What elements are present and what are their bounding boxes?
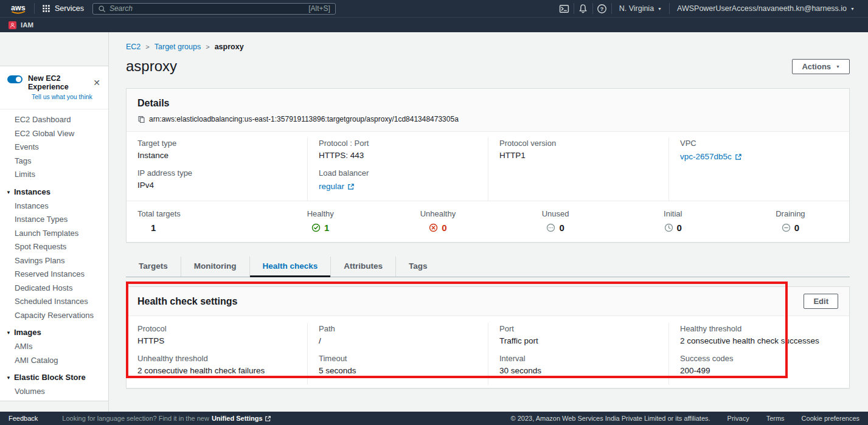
targets-summary: Total targets 1 Healthy 1 bbox=[127, 201, 849, 242]
divider bbox=[0, 109, 108, 109]
tab-targets[interactable]: Targets bbox=[126, 257, 181, 277]
sidebar-section-elastic-block-store[interactable]: ▼Elastic Block Store bbox=[0, 367, 108, 385]
top-navigation-bar: aws Services Search [Alt+S] bbox=[0, 0, 868, 17]
counter-draining: Draining 0 bbox=[732, 209, 849, 233]
sidebar-item-ami-catalog[interactable]: AMI Catalog bbox=[0, 354, 108, 368]
favorite-iam-label: IAM bbox=[21, 21, 33, 29]
unified-settings-link[interactable]: Unified Settings bbox=[212, 415, 271, 422]
search-shortcut: [Alt+S] bbox=[308, 4, 330, 13]
counter-unused: Unused 0 bbox=[496, 209, 614, 233]
chevron-down-icon: ▼ bbox=[6, 375, 11, 381]
counter-healthy: Healthy 1 bbox=[262, 209, 379, 233]
draining-minus-icon bbox=[782, 223, 791, 232]
tab-monitoring[interactable]: Monitoring bbox=[181, 257, 249, 277]
sidebar-item-savings-plans[interactable]: Savings Plans bbox=[0, 254, 108, 268]
health-check-grid: Protocol HTTPS Unhealthy threshold 2 con… bbox=[127, 316, 849, 388]
notifications-bell-icon[interactable] bbox=[574, 0, 592, 17]
breadcrumb-ec2[interactable]: EC2 bbox=[126, 43, 141, 51]
region-label: N. Virginia bbox=[619, 4, 654, 13]
main-content: EC2 > Target groups > asproxy asproxy Ac… bbox=[109, 32, 868, 412]
sidebar-item-scheduled-instances[interactable]: Scheduled Instances bbox=[0, 295, 108, 309]
sidebar-item-dedicated-hosts[interactable]: Dedicated Hosts bbox=[0, 282, 108, 295]
account-menu[interactable]: AWSPowerUserAccess/navaneeth.kn@harness.… bbox=[670, 4, 862, 13]
initial-clock-icon bbox=[664, 223, 673, 232]
sidebar-item-tags[interactable]: Tags bbox=[0, 154, 108, 168]
edit-button[interactable]: Edit bbox=[804, 294, 838, 309]
privacy-link[interactable]: Privacy bbox=[727, 415, 749, 422]
sidebar-item-events[interactable]: Events bbox=[0, 140, 108, 154]
sidebar-item-snapshots[interactable]: Snapshots bbox=[0, 399, 108, 402]
aws-console-page: aws Services Search [Alt+S] bbox=[0, 0, 868, 425]
new-experience-subtitle[interactable]: Tell us what you think bbox=[32, 93, 100, 100]
sidebar-item-volumes[interactable]: Volumes bbox=[0, 385, 108, 399]
field-timeout: Timeout 5 seconds bbox=[319, 354, 477, 376]
favorite-iam-link[interactable]: IAM bbox=[9, 21, 33, 29]
new-ec2-experience-block: New EC2 Experience Tell us what you thin… bbox=[0, 66, 108, 106]
svg-text:?: ? bbox=[600, 5, 604, 12]
chevron-down-icon: ▼ bbox=[836, 64, 840, 69]
field-protocol-port: Protocol : Port HTTPS: 443 bbox=[319, 139, 477, 161]
field-success-codes: Success codes 200-499 bbox=[680, 354, 838, 376]
sidebar-panel: New EC2 Experience Tell us what you thin… bbox=[0, 66, 108, 401]
field-hc-port: Port Traffic port bbox=[499, 324, 658, 346]
new-experience-toggle[interactable] bbox=[7, 75, 23, 83]
breadcrumb-target-groups[interactable]: Target groups bbox=[155, 43, 201, 51]
chevron-down-icon: ▼ bbox=[6, 190, 11, 195]
help-icon[interactable]: ? bbox=[593, 0, 611, 17]
unused-dots-icon bbox=[546, 223, 555, 232]
sidebar-item-instance-types[interactable]: Instance Types bbox=[0, 213, 108, 227]
field-interval: Interval 30 seconds bbox=[499, 354, 658, 376]
footer: Feedback Looking for language selection?… bbox=[0, 412, 868, 425]
tab-tags[interactable]: Tags bbox=[395, 257, 440, 277]
sidebar-item-ec2-global-view[interactable]: EC2 Global View bbox=[0, 127, 108, 141]
healthy-check-icon bbox=[311, 223, 321, 232]
services-label: Services bbox=[55, 4, 84, 13]
sidebar-item-instances[interactable]: Instances bbox=[0, 199, 108, 213]
tab-bar: Targets Monitoring Health checks Attribu… bbox=[126, 257, 850, 277]
field-unhealthy-threshold: Unhealthy threshold 2 consecutive health… bbox=[137, 354, 296, 376]
grid-icon bbox=[42, 4, 50, 13]
target-group-arn: arn:aws:elasticloadbalancing:us-east-1:3… bbox=[149, 115, 459, 123]
sidebar-nav: EC2 Dashboard EC2 Global View Events Tag… bbox=[0, 113, 108, 401]
sidebar-section-instances[interactable]: ▼Instances bbox=[0, 182, 108, 199]
chevron-down-icon: ▼ bbox=[658, 7, 662, 11]
ec2-sidebar: New EC2 Experience Tell us what you thin… bbox=[0, 32, 109, 412]
svg-text:aws: aws bbox=[11, 4, 26, 12]
search-input[interactable]: Search [Alt+S] bbox=[92, 3, 336, 15]
chevron-down-icon: ▼ bbox=[850, 7, 855, 11]
field-ip-address-type: IP address type IPv4 bbox=[137, 168, 296, 190]
copy-icon[interactable] bbox=[137, 116, 145, 123]
chevron-down-icon: ▼ bbox=[6, 330, 11, 336]
search-placeholder: Search bbox=[109, 4, 305, 13]
search-icon bbox=[98, 5, 106, 13]
new-experience-title: New EC2 Experience bbox=[28, 74, 100, 91]
field-hc-protocol: Protocol HTTPS bbox=[137, 324, 296, 346]
load-balancer-link[interactable]: regular bbox=[319, 182, 355, 191]
tab-health-checks[interactable]: Health checks bbox=[249, 257, 331, 277]
sidebar-item-amis[interactable]: AMIs bbox=[0, 340, 108, 354]
sidebar-item-reserved-instances[interactable]: Reserved Instances bbox=[0, 268, 108, 282]
sidebar-item-capacity-reservations[interactable]: Capacity Reservations bbox=[0, 309, 108, 323]
unhealthy-x-icon bbox=[429, 223, 438, 232]
account-label: AWSPowerUserAccess/navaneeth.kn@harness.… bbox=[677, 4, 847, 13]
feedback-link[interactable]: Feedback bbox=[9, 415, 38, 422]
close-icon[interactable]: ✕ bbox=[93, 78, 100, 87]
services-menu-button[interactable]: Services bbox=[35, 4, 91, 13]
sidebar-item-ec2-dashboard[interactable]: EC2 Dashboard bbox=[0, 113, 108, 127]
sidebar-item-spot-requests[interactable]: Spot Requests bbox=[0, 240, 108, 254]
aws-logo[interactable]: aws bbox=[10, 3, 28, 15]
region-selector[interactable]: N. Virginia ▼ bbox=[612, 4, 669, 13]
cookie-preferences-link[interactable]: Cookie preferences bbox=[802, 415, 859, 422]
counter-initial: Initial 0 bbox=[614, 209, 732, 233]
chevron-right-icon: > bbox=[145, 43, 149, 50]
sidebar-item-launch-templates[interactable]: Launch Templates bbox=[0, 227, 108, 241]
external-link-icon bbox=[265, 415, 271, 422]
sidebar-item-limits[interactable]: Limits bbox=[0, 168, 108, 182]
actions-button[interactable]: Actions ▼ bbox=[792, 59, 850, 74]
counter-total-targets: Total targets 1 bbox=[127, 209, 262, 233]
tab-attributes[interactable]: Attributes bbox=[330, 257, 395, 277]
cloudshell-icon[interactable] bbox=[555, 0, 574, 17]
terms-link[interactable]: Terms bbox=[766, 415, 785, 422]
sidebar-section-images[interactable]: ▼Images bbox=[0, 322, 108, 340]
vpc-link[interactable]: vpc-2657db5c bbox=[680, 152, 742, 161]
